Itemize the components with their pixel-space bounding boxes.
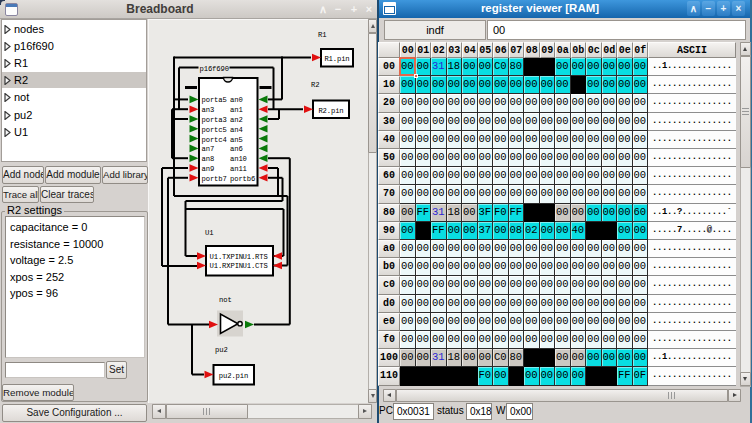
svg-text:an8: an8 [202, 155, 215, 163]
svg-text:porta5: porta5 [202, 96, 227, 104]
svg-text:an0: an0 [230, 96, 243, 104]
svg-text:U1: U1 [205, 229, 213, 237]
svg-text:an5: an5 [230, 136, 243, 144]
svg-text:R2.pin: R2.pin [318, 107, 343, 115]
svg-text:an2: an2 [230, 116, 243, 124]
svg-text:U1.RXPIN: U1.RXPIN [210, 262, 244, 270]
svg-text:pu2.pin: pu2.pin [219, 372, 248, 380]
svg-text:an11: an11 [230, 165, 247, 173]
svg-text:R2: R2 [311, 81, 319, 89]
svg-text:portc5: portc5 [202, 126, 227, 134]
svg-text:portc4: portc4 [202, 136, 227, 144]
svg-text:an3: an3 [202, 106, 215, 114]
svg-text:U1.RTS: U1.RTS [243, 253, 268, 261]
svg-text:not: not [219, 296, 232, 304]
svg-text:U1.CTS: U1.CTS [243, 262, 268, 270]
svg-text:an10: an10 [230, 155, 247, 163]
svg-text:p16f690: p16f690 [200, 65, 229, 73]
svg-text:an9: an9 [202, 165, 215, 173]
svg-text:U1.TXPIN: U1.TXPIN [210, 253, 244, 261]
svg-text:an7: an7 [202, 145, 215, 153]
svg-text:pu2: pu2 [215, 346, 228, 354]
svg-text:an4: an4 [230, 126, 243, 134]
svg-text:portb6: portb6 [230, 175, 255, 183]
svg-text:R1.pin: R1.pin [324, 55, 349, 63]
svg-text:porta3: porta3 [202, 116, 227, 124]
svg-text:an1: an1 [230, 106, 243, 114]
svg-text:portb7: portb7 [202, 175, 227, 183]
svg-text:R1: R1 [318, 31, 326, 39]
svg-text:an6: an6 [230, 145, 243, 153]
